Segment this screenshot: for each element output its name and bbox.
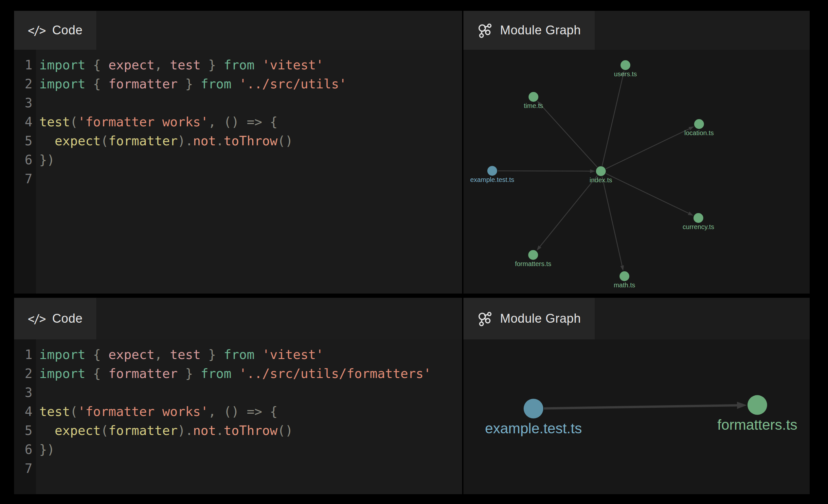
line-number: 2 <box>14 75 36 94</box>
line-number: 4 <box>14 402 36 421</box>
module-graph-panel-bottom: Module Graph example.test.tsformatters.t… <box>463 298 810 494</box>
graph-node-label: example.test.ts <box>485 420 582 436</box>
graph-edge-arrowhead <box>620 265 624 271</box>
line-number: 7 <box>14 459 36 478</box>
graph-node-label: users.ts <box>614 70 637 78</box>
code-text <box>36 170 39 188</box>
graph-node-formatters.ts[interactable] <box>747 395 767 415</box>
tab-module-graph-top[interactable]: Module Graph <box>463 11 595 50</box>
code-icon: </> <box>28 311 45 326</box>
code-text: import { formatter } from '../src/utils' <box>36 75 346 94</box>
panel-header: </> Code <box>14 298 462 339</box>
code-text: expect(formatter).not.toThrow() <box>36 132 293 151</box>
graph-edge <box>540 175 597 246</box>
code-line: 1import { expect, test } from 'vitest' <box>14 345 462 364</box>
tab-module-graph-bottom[interactable]: Module Graph <box>463 298 595 339</box>
code-line: 2import { formatter } from '../src/utils… <box>14 75 462 94</box>
code-line: 4test('formatter works', () => { <box>14 402 462 421</box>
graph-edge-arrowhead <box>590 169 595 173</box>
graph-node-example.test.ts[interactable] <box>487 166 497 176</box>
tab-code-top[interactable]: </> Code <box>14 11 96 50</box>
line-number: 1 <box>14 56 36 75</box>
graph-node-label: index.ts <box>590 176 612 183</box>
code-text <box>36 383 39 402</box>
line-number: 5 <box>14 421 36 440</box>
code-text <box>36 94 39 113</box>
line-number: 6 <box>14 151 36 170</box>
graph-node-label: math.ts <box>614 282 635 289</box>
code-text: expect(formatter).not.toThrow() <box>36 421 293 440</box>
code-text: import { formatter } from '../src/utils/… <box>36 364 431 383</box>
code-text: test('formatter works', () => { <box>36 113 278 132</box>
code-icon: </> <box>28 23 45 37</box>
graph-node-location.ts[interactable] <box>694 119 704 129</box>
tab-label: Code <box>52 311 82 326</box>
code-panel-bottom: </> Code 1import { expect, test } from '… <box>14 298 462 494</box>
code-text: import { expect, test } from 'vitest' <box>36 56 324 75</box>
tab-code-bottom[interactable]: </> Code <box>14 298 96 339</box>
graph-node-label: location.ts <box>684 129 714 136</box>
line-number: 3 <box>14 94 36 113</box>
line-number: 3 <box>14 383 36 402</box>
module-graph-canvas-bottom[interactable]: example.test.tsformatters.ts <box>463 339 810 494</box>
graph-edge <box>602 177 622 266</box>
graph-node-label: example.test.ts <box>470 176 514 183</box>
graph-node-math.ts[interactable] <box>620 271 629 281</box>
graph-edge <box>544 405 737 409</box>
module-graph-icon <box>477 311 493 327</box>
graph-node-label: formatters.ts <box>515 260 551 267</box>
code-panel-top: </> Code 1import { expect, test } from '… <box>14 11 462 294</box>
tab-label: Code <box>52 23 82 37</box>
graph-edge-arrowhead <box>688 212 694 216</box>
graph-node-currency.ts[interactable] <box>694 213 703 223</box>
code-line: 2import { formatter } from '../src/utils… <box>14 364 462 383</box>
tab-label: Module Graph <box>500 23 581 37</box>
code-editor-bottom[interactable]: 1import { expect, test } from 'vitest'2i… <box>14 339 462 494</box>
code-text: }) <box>36 440 55 459</box>
graph-node-example.test.ts[interactable] <box>524 398 543 418</box>
code-line: 7 <box>14 170 462 188</box>
code-text <box>36 459 39 478</box>
line-number: 1 <box>14 345 36 364</box>
graph-node-label: time.ts <box>524 102 543 109</box>
line-number: 5 <box>14 132 36 151</box>
code-line: 5 expect(formatter).not.toThrow() <box>14 421 462 440</box>
line-number: 2 <box>14 364 36 383</box>
line-number: 6 <box>14 440 36 459</box>
graph-edge-arrowhead <box>737 402 747 409</box>
code-line: 5 expect(formatter).not.toThrow() <box>14 132 462 151</box>
graph-edge <box>606 129 689 169</box>
vitest-ui-page: </> Code 1import { expect, test } from '… <box>0 0 828 504</box>
code-line: 6}) <box>14 440 462 459</box>
code-line: 7 <box>14 459 462 478</box>
module-graph-canvas-top[interactable]: users.tstime.tslocation.tsexample.test.t… <box>463 50 810 294</box>
panel-header: </> Code <box>14 11 462 50</box>
code-line: 6}) <box>14 151 462 170</box>
graph-node-index.ts[interactable] <box>596 166 606 176</box>
graph-node-formatters.ts[interactable] <box>528 250 538 260</box>
line-number: 4 <box>14 113 36 132</box>
graph-edge <box>498 171 590 171</box>
graph-node-label: currency.ts <box>683 223 714 230</box>
graph-edge <box>606 173 689 213</box>
tab-label: Module Graph <box>500 311 581 326</box>
panel-header: Module Graph <box>463 11 810 50</box>
graph-node-label: formatters.ts <box>717 417 797 433</box>
graph-node-time.ts[interactable] <box>529 92 538 102</box>
graph-node-users.ts[interactable] <box>621 60 630 70</box>
code-text: test('formatter works', () => { <box>36 402 278 421</box>
module-graph-panel-top: Module Graph users.tstime.tslocation.tse… <box>463 11 810 294</box>
code-text: }) <box>36 151 55 170</box>
graph-edge <box>541 105 597 167</box>
code-line: 4test('formatter works', () => { <box>14 113 462 132</box>
code-editor-top[interactable]: 1import { expect, test } from 'vitest'2i… <box>14 50 462 294</box>
line-number: 7 <box>14 170 36 188</box>
code-line: 3 <box>14 383 462 402</box>
module-graph-icon <box>477 23 493 38</box>
panel-header: Module Graph <box>463 298 810 339</box>
graph-edge <box>602 76 623 166</box>
code-line: 3 <box>14 94 462 113</box>
code-line: 1import { expect, test } from 'vitest' <box>14 56 462 75</box>
code-text: import { expect, test } from 'vitest' <box>36 345 324 364</box>
